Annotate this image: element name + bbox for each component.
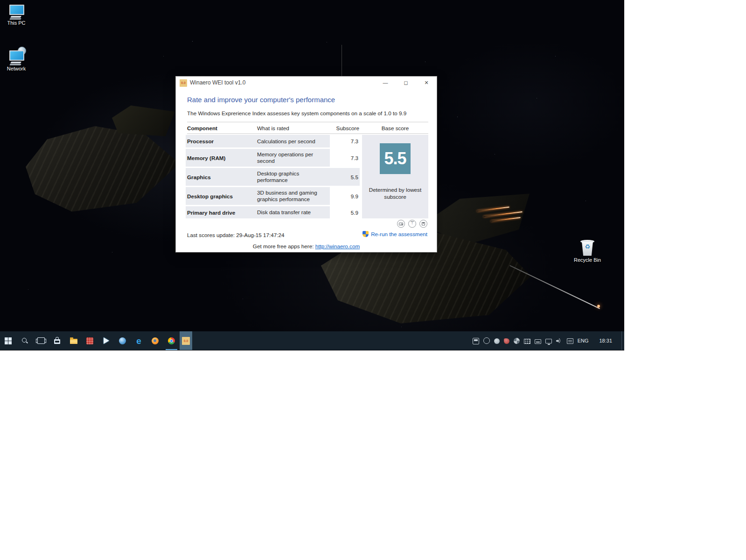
what-is-rated-cell: Desktop graphics performance — [257, 168, 328, 186]
component-cell: Desktop graphics — [187, 187, 255, 205]
taskbar-app-media-player[interactable] — [98, 331, 114, 350]
rerun-assessment-link[interactable]: Re-run the assessment — [371, 231, 427, 237]
language-indicator[interactable]: ENG — [578, 338, 589, 343]
taskbar: e 0.0 ENG 18:31 — [0, 331, 624, 350]
windows-logo-icon — [5, 337, 12, 344]
subscore-cell-lowest: 5.5 — [330, 168, 360, 186]
input-grid-icon[interactable] — [524, 339, 530, 344]
table-row: Memory (RAM) Memory operations per secon… — [186, 149, 360, 167]
page-title: Rate and improve your computer's perform… — [187, 96, 335, 104]
rerun-assessment[interactable]: Re-run the assessment — [363, 231, 427, 237]
network-icon — [8, 50, 24, 64]
page-subtitle: The Windows Exprerience Index assesses k… — [187, 110, 406, 116]
col-header-subscore: Subscore — [330, 125, 359, 131]
component-cell: Graphics — [187, 168, 255, 186]
play-icon — [104, 337, 109, 344]
wallpaper-spear-tip — [597, 305, 600, 308]
what-is-rated-cell: Calculations per second — [257, 135, 328, 147]
save-button[interactable] — [419, 220, 427, 228]
blue-globe-icon — [119, 337, 126, 344]
keyboard-icon[interactable] — [535, 339, 541, 344]
window-titlebar[interactable]: 0.0 Winaero WEI tool v1.0 — ◻ ✕ — [176, 77, 437, 89]
last-scores-update: Last scores update: 29-Aug-15 17:47:24 — [187, 232, 285, 238]
divider — [187, 133, 428, 134]
action-center-icon[interactable] — [567, 338, 573, 344]
col-header-component: Component — [187, 125, 217, 131]
start-button[interactable] — [0, 331, 16, 350]
store-icon — [54, 339, 60, 344]
more-apps-line: Get more free apps here: http://winaero.… — [176, 243, 437, 249]
taskbar-app-winaero-wei-active[interactable]: 0.0 — [180, 331, 192, 350]
table-row: Processor Calculations per second 7.3 — [186, 135, 360, 147]
table-row: Primary hard drive Disk data transfer ra… — [186, 206, 360, 218]
task-view-button[interactable] — [33, 331, 49, 350]
taskbar-app-edge[interactable]: e — [131, 331, 147, 350]
window-title: Winaero WEI tool v1.0 — [190, 79, 245, 86]
taskbar-app-store[interactable] — [49, 331, 65, 350]
desktop-icon-label: Network — [1, 66, 32, 71]
task-view-icon — [37, 337, 45, 344]
base-score-panel: 5.5 Determined by lowest subscore — [362, 135, 428, 218]
taskbar-app-firefox[interactable] — [147, 331, 163, 350]
antivirus-icon[interactable] — [504, 338, 509, 344]
table-row: Desktop graphics 3D business and gaming … — [186, 187, 360, 205]
close-button[interactable]: ✕ — [416, 77, 437, 89]
subscore-cell: 5.9 — [330, 206, 360, 218]
user-app-icon[interactable] — [494, 338, 500, 344]
wallpaper-stars — [0, 0, 0, 0]
desktop-icon-this-pc[interactable]: This PC — [1, 5, 32, 26]
wallpaper-antenna — [342, 45, 342, 78]
running-indicator — [166, 349, 177, 350]
col-header-what-is-rated: What is rated — [257, 125, 289, 131]
folder-icon — [70, 339, 77, 344]
taskbar-search-button[interactable] — [16, 331, 33, 350]
more-apps-text: Get more free apps here: — [253, 243, 315, 249]
subscore-cell: 7.3 — [330, 149, 360, 167]
volume-icon[interactable] — [556, 338, 563, 344]
winaero-app-icon: 0.0 — [182, 337, 190, 345]
desktop-icon-label: This PC — [1, 20, 32, 26]
what-is-rated-cell: Disk data transfer rate — [257, 206, 328, 218]
winaero-app-icon: 0.0 — [180, 79, 187, 87]
subscore-cell: 7.3 — [330, 135, 360, 147]
minimize-button[interactable]: — — [375, 77, 396, 89]
search-icon — [21, 337, 28, 344]
firefox-icon — [152, 337, 159, 344]
subscore-cell: 9.9 — [330, 187, 360, 205]
uac-shield-icon — [363, 231, 369, 237]
edge-icon: e — [136, 337, 141, 344]
desktop: This PC Network ♻ Recycle Bin 0.0 Winaer… — [0, 0, 624, 350]
table-row: Graphics Desktop graphics performance 5.… — [186, 168, 360, 186]
ring-app-icon[interactable] — [483, 337, 490, 344]
tray-app-icon[interactable] — [473, 338, 479, 344]
wei-tool-window: 0.0 Winaero WEI tool v1.0 — ◻ ✕ Rate and… — [175, 76, 437, 252]
winaero-link[interactable]: http://winaero.com — [315, 243, 360, 249]
desktop-icon-label: Recycle Bin — [572, 257, 603, 263]
display-icon[interactable] — [545, 339, 552, 343]
taskbar-app-blue-globe[interactable] — [114, 331, 131, 350]
desktop-icon-recycle-bin[interactable]: ♻ Recycle Bin — [572, 239, 603, 263]
upload-icon: ↑ — [409, 221, 416, 225]
component-cell: Memory (RAM) — [187, 149, 255, 167]
maximize-button[interactable]: ◻ — [396, 77, 416, 89]
swirl-app-icon[interactable] — [514, 338, 520, 344]
base-score-value: 5.5 — [380, 143, 411, 174]
this-pc-icon — [8, 5, 24, 19]
component-cell: Processor — [187, 135, 255, 147]
clock[interactable]: 18:31 — [599, 338, 612, 343]
camera-icon — [399, 223, 403, 225]
desktop-icon-network[interactable]: Network — [1, 50, 32, 71]
base-score-note: Determined by lowest subscore — [366, 186, 425, 200]
recycle-bin-icon: ♻ — [580, 239, 594, 256]
divider — [187, 122, 428, 122]
screenshot-button[interactable] — [397, 220, 405, 228]
show-desktop-button[interactable] — [621, 331, 624, 350]
upload-button[interactable]: ↑ — [408, 220, 416, 228]
taskbar-app-red-grid[interactable] — [82, 331, 98, 350]
what-is-rated-cell: Memory operations per second — [257, 149, 328, 167]
col-header-base-score: Base score — [362, 125, 428, 131]
red-grid-app-icon — [86, 337, 93, 344]
taskbar-app-chrome[interactable] — [163, 331, 180, 350]
taskbar-app-file-explorer[interactable] — [65, 331, 82, 350]
system-tray: ENG 18:31 — [473, 331, 617, 350]
